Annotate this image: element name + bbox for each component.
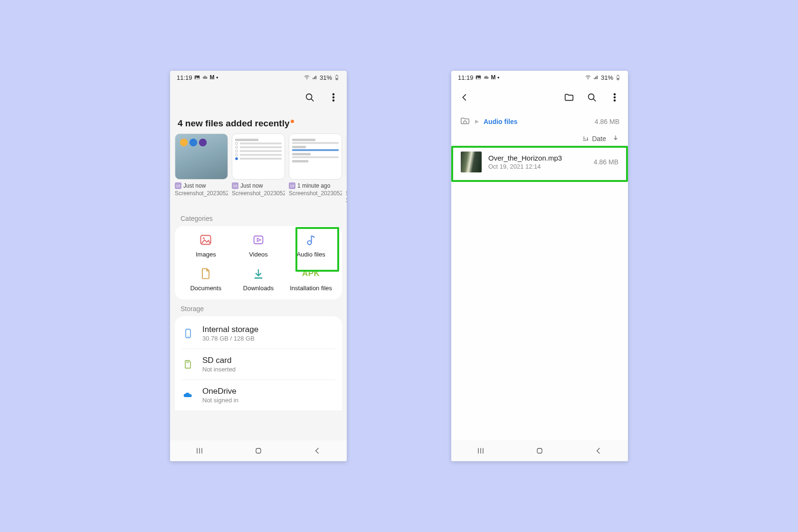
breadcrumb-current[interactable]: Audio files xyxy=(484,118,518,125)
app-bar xyxy=(170,84,347,111)
svg-point-17 xyxy=(188,336,189,337)
search-button[interactable] xyxy=(585,91,598,104)
folder-button[interactable] xyxy=(562,91,576,104)
svg-point-6 xyxy=(306,94,312,100)
sort-label: Date xyxy=(592,135,606,142)
file-list: Over_the_Horizon.mp3 Oct 19, 2021 12:14 … xyxy=(451,146,628,178)
app-badge-icon: 15 xyxy=(289,182,295,189)
nav-home[interactable] xyxy=(528,446,551,456)
sort-direction[interactable] xyxy=(612,134,619,143)
more-vert-icon xyxy=(609,92,620,103)
app-badge-icon: 15 xyxy=(232,182,238,189)
music-icon xyxy=(304,233,318,247)
file-row[interactable]: Over_the_Horizon.mp3 Oct 19, 2021 12:14 … xyxy=(456,146,623,178)
cloud-icon xyxy=(483,74,490,81)
category-label: Audio files xyxy=(297,251,325,258)
category-audio[interactable]: Audio files xyxy=(285,233,337,258)
more-button[interactable] xyxy=(327,91,340,104)
storage-onedrive[interactable]: OneDrive Not signed in xyxy=(181,380,335,410)
back-icon xyxy=(594,446,603,456)
category-videos[interactable]: Videos xyxy=(232,233,285,258)
thumbnail xyxy=(289,133,342,180)
svg-point-26 xyxy=(476,76,477,77)
home-icon xyxy=(254,446,263,456)
app-badge-icon: 15 xyxy=(175,182,181,189)
cloud-icon xyxy=(202,74,209,81)
recent-filename: Screenshot_20230526_1118... xyxy=(175,190,228,197)
more-vert-icon xyxy=(328,92,339,103)
notification-dot xyxy=(291,120,294,123)
signal-icon xyxy=(312,74,318,81)
battery-icon xyxy=(333,74,340,81)
recent-filename: Screenshot_20230526_111832... xyxy=(232,190,285,197)
onedrive-icon xyxy=(182,390,194,401)
svg-point-2 xyxy=(306,79,307,80)
thumbnail xyxy=(175,133,228,180)
sd-card-icon xyxy=(182,359,194,370)
svg-point-31 xyxy=(589,94,594,100)
nav-recents[interactable] xyxy=(469,446,493,456)
picture-icon xyxy=(194,74,200,81)
recent-card[interactable]: 151 minute ago Screenshot_20230526_11173… xyxy=(289,133,342,204)
nav-home[interactable] xyxy=(247,446,270,456)
svg-line-7 xyxy=(311,99,314,101)
recent-filename: Screenshot_20230526_111738... xyxy=(289,190,342,197)
storage-subtitle: Not inserted xyxy=(202,366,236,373)
folder-icon xyxy=(564,92,574,103)
category-images[interactable]: Images xyxy=(180,233,232,258)
document-icon xyxy=(199,267,212,280)
phone-right: 11:19 M • 31% xyxy=(451,71,628,461)
storage-title: OneDrive xyxy=(202,387,238,396)
download-icon xyxy=(252,267,265,280)
wifi-icon xyxy=(304,74,310,81)
breadcrumb-size: 4.86 MB xyxy=(595,118,619,125)
category-downloads[interactable]: Downloads xyxy=(232,266,285,292)
storage-sdcard[interactable]: SD card Not inserted xyxy=(181,349,335,380)
svg-point-8 xyxy=(333,94,334,95)
storage-title: SD card xyxy=(202,356,236,365)
categories-grid: Images Videos Audio files Documents Down… xyxy=(175,226,342,299)
battery-text: 31% xyxy=(601,74,613,81)
search-button[interactable] xyxy=(303,91,316,104)
recent-card[interactable]: 15Just now Screenshot_20230526_111832... xyxy=(232,133,285,204)
more-button[interactable] xyxy=(608,91,621,104)
dot-icon: • xyxy=(216,74,218,81)
breadcrumb-home[interactable] xyxy=(460,115,470,127)
svg-point-27 xyxy=(588,79,589,80)
picture-icon xyxy=(475,74,482,81)
svg-rect-24 xyxy=(256,448,261,453)
categories-label: Categories xyxy=(170,209,347,226)
image-icon xyxy=(199,233,212,247)
recent-heading: 4 new files added recently xyxy=(170,111,347,133)
back-button[interactable] xyxy=(458,91,471,104)
recent-card[interactable]: 15Just now Screenshot_20230526_1118... xyxy=(175,133,228,204)
recent-card-partial[interactable]: S 3 xyxy=(346,133,347,204)
nav-back[interactable] xyxy=(587,446,610,456)
file-thumbnail xyxy=(461,152,482,172)
search-icon xyxy=(587,92,597,103)
recent-files-strip[interactable]: 15Just now Screenshot_20230526_1118... 1… xyxy=(170,133,347,209)
status-time: 11:19 xyxy=(458,74,474,81)
chevron-left-icon xyxy=(459,92,470,103)
file-name: Over_the_Horizon.mp3 xyxy=(488,154,562,162)
svg-rect-42 xyxy=(537,448,542,453)
svg-rect-30 xyxy=(618,78,619,80)
svg-point-12 xyxy=(203,238,205,239)
svg-point-10 xyxy=(333,100,334,101)
thumbnail xyxy=(232,133,285,180)
category-documents[interactable]: Documents xyxy=(180,266,232,292)
sort-icon xyxy=(581,135,589,142)
category-label: Downloads xyxy=(243,285,274,292)
app-bar xyxy=(451,84,628,111)
recent-filename: S 3 xyxy=(346,190,347,204)
apk-icon: APK xyxy=(304,266,318,281)
phone-left: 11:19 M • 31% 4 new files added recently… xyxy=(170,71,347,461)
category-apk[interactable]: APK Installation files xyxy=(285,266,337,292)
sort-button[interactable]: Date xyxy=(581,135,606,142)
storage-internal[interactable]: Internal storage 30.78 GB / 128 GB xyxy=(181,318,335,349)
nav-recents[interactable] xyxy=(188,446,211,456)
recent-time: Just now xyxy=(240,182,263,189)
wifi-icon xyxy=(585,74,591,81)
nav-back[interactable] xyxy=(305,446,329,456)
svg-point-34 xyxy=(614,97,616,98)
